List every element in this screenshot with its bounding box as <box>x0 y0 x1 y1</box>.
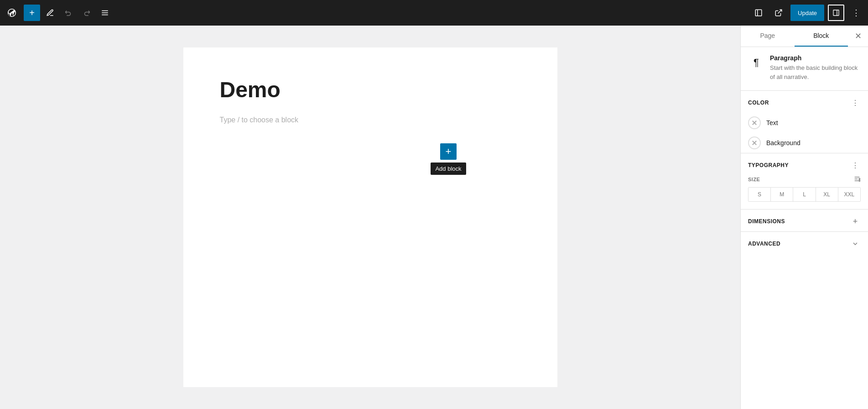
more-options-button[interactable]: ⋮ <box>848 5 864 21</box>
dimensions-section-title: Dimensions <box>748 218 785 225</box>
sidebar-header: Page Block ✕ <box>741 26 868 47</box>
add-block-area: + Add block <box>431 143 466 175</box>
size-m-button[interactable]: M <box>771 188 793 201</box>
toolbar: + <box>0 0 868 26</box>
main-layout: Demo Type / to choose a block + Add bloc… <box>0 26 868 409</box>
view-button[interactable] <box>750 5 767 21</box>
tab-block[interactable]: Block <box>795 26 848 47</box>
text-color-label: Text <box>766 119 778 126</box>
tab-page[interactable]: Page <box>741 26 795 47</box>
block-description: Start with the basic building block of a… <box>770 63 861 81</box>
block-name: Paragraph <box>770 54 861 62</box>
size-l-button[interactable]: L <box>793 188 816 201</box>
advanced-chevron-button[interactable] <box>850 238 861 249</box>
typography-section-header: Typography ⋮ <box>748 153 861 175</box>
update-button[interactable]: Update <box>790 5 824 21</box>
sidebar-toggle-button[interactable] <box>828 5 844 21</box>
color-background-option[interactable]: Background <box>748 133 861 153</box>
size-s-button[interactable]: S <box>748 188 771 201</box>
background-color-swatch <box>748 136 761 149</box>
add-block-floating-button[interactable]: + <box>440 143 457 160</box>
svg-point-10 <box>859 178 860 180</box>
color-section-title: Color <box>748 100 769 106</box>
text-color-swatch <box>748 116 761 129</box>
advanced-section-title: Advanced <box>748 241 780 247</box>
undo-button[interactable] <box>60 5 77 21</box>
tools-button[interactable] <box>42 5 58 21</box>
document-overview-button[interactable] <box>97 5 113 21</box>
sidebar: Page Block ✕ ¶ Paragraph Start with the … <box>740 26 868 409</box>
paragraph-icon: ¶ <box>748 54 764 71</box>
size-xl-button[interactable]: XL <box>816 188 838 201</box>
toolbar-left: + <box>4 5 748 21</box>
dimensions-add-button[interactable]: + <box>850 216 861 227</box>
svg-rect-3 <box>755 10 762 16</box>
background-color-label: Background <box>766 139 800 147</box>
size-label: SIZE <box>748 175 861 184</box>
size-buttons: S M L XL XXL <box>748 187 861 202</box>
typography-more-button[interactable]: ⋮ <box>850 160 861 171</box>
editor-area: Demo Type / to choose a block + Add bloc… <box>0 26 740 409</box>
block-info: ¶ Paragraph Start with the basic buildin… <box>748 54 861 81</box>
preview-button[interactable] <box>770 5 787 21</box>
wordpress-logo[interactable] <box>4 5 20 21</box>
advanced-section-header: Advanced <box>748 232 861 254</box>
color-section-header: Color ⋮ <box>748 91 861 113</box>
size-xxl-button[interactable]: XXL <box>838 188 860 201</box>
size-controls-icon[interactable] <box>853 175 861 184</box>
editor-content: Demo Type / to choose a block + Add bloc… <box>183 47 557 387</box>
typography-section-title: Typography <box>748 162 789 168</box>
block-placeholder[interactable]: Type / to choose a block <box>220 114 521 126</box>
block-info-text: Paragraph Start with the basic building … <box>770 54 861 81</box>
svg-rect-5 <box>833 10 839 16</box>
toolbar-right: Update ⋮ <box>750 5 864 21</box>
sidebar-body: ¶ Paragraph Start with the basic buildin… <box>741 47 868 409</box>
sidebar-close-button[interactable]: ✕ <box>850 28 866 44</box>
redo-button[interactable] <box>78 5 95 21</box>
color-more-button[interactable]: ⋮ <box>850 97 861 108</box>
post-title[interactable]: Demo <box>220 77 521 103</box>
add-block-toolbar-button[interactable]: + <box>24 5 40 21</box>
add-block-tooltip: Add block <box>431 163 466 175</box>
svg-point-11 <box>859 180 860 182</box>
dimensions-section-header: Dimensions + <box>748 210 861 231</box>
color-text-option[interactable]: Text <box>748 113 861 133</box>
